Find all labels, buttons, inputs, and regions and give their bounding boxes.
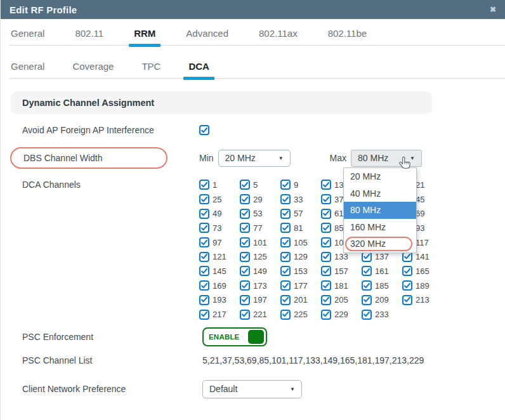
channel-checkbox-157[interactable] bbox=[321, 266, 331, 276]
channel-checkbox-57[interactable] bbox=[280, 209, 291, 219]
channel-checkbox-169[interactable] bbox=[199, 280, 209, 291]
dropdown-option-80-mhz[interactable]: 80 MHz bbox=[344, 202, 416, 219]
channel-checkbox-161[interactable] bbox=[362, 266, 372, 276]
channel-checkbox-137[interactable] bbox=[362, 252, 372, 262]
channel-label: 185 bbox=[375, 281, 389, 291]
channel-cell-77: 77 bbox=[240, 221, 280, 235]
channel-checkbox-205[interactable] bbox=[321, 295, 331, 305]
channel-checkbox-141[interactable] bbox=[402, 252, 412, 262]
channel-checkbox-109[interactable] bbox=[321, 237, 331, 247]
subtab-dca[interactable]: DCA bbox=[187, 61, 211, 78]
tab-802-11ax[interactable]: 802.11ax bbox=[258, 28, 299, 45]
channel-label: 197 bbox=[253, 295, 267, 305]
channel-checkbox-233[interactable] bbox=[362, 310, 372, 320]
channel-checkbox-13[interactable] bbox=[321, 180, 331, 190]
channel-label: 21 bbox=[416, 180, 424, 190]
channel-checkbox-209[interactable] bbox=[362, 295, 372, 305]
channel-checkbox-101[interactable] bbox=[240, 237, 250, 247]
channel-label: 81 bbox=[294, 223, 303, 233]
channel-label: 121 bbox=[213, 252, 226, 261]
channel-checkbox-213[interactable] bbox=[402, 295, 412, 305]
channel-checkbox-125[interactable] bbox=[240, 252, 250, 262]
channel-checkbox-133[interactable] bbox=[321, 252, 331, 262]
channel-checkbox-225[interactable] bbox=[280, 310, 291, 320]
channel-checkbox-193[interactable] bbox=[199, 295, 209, 305]
channel-checkbox-149[interactable] bbox=[240, 266, 250, 276]
channel-checkbox-53[interactable] bbox=[240, 209, 250, 219]
channel-checkbox-177[interactable] bbox=[280, 280, 291, 291]
avoid-interference-label: Avoid AP Foreign AP Interference bbox=[1, 125, 199, 135]
channel-cell-97: 97 bbox=[199, 235, 240, 250]
channel-label: 77 bbox=[253, 223, 262, 233]
channel-checkbox-37[interactable] bbox=[321, 194, 331, 204]
channel-label: 97 bbox=[213, 238, 221, 247]
channel-checkbox-5[interactable] bbox=[240, 180, 250, 190]
channel-checkbox-97[interactable] bbox=[199, 237, 209, 247]
toggle-knob bbox=[248, 330, 264, 344]
channel-checkbox-165[interactable] bbox=[402, 266, 412, 276]
channel-cell-105: 105 bbox=[280, 235, 321, 250]
channel-cell-217: 217 bbox=[199, 307, 240, 322]
client-network-preference-row: Client Network Preference Default ▼ bbox=[1, 379, 505, 398]
channel-checkbox-145[interactable] bbox=[199, 266, 209, 276]
channel-label: 5 bbox=[253, 180, 258, 190]
subtab-tpc[interactable]: TPC bbox=[140, 61, 162, 78]
channel-checkbox-1[interactable] bbox=[199, 180, 209, 190]
channel-label: 25 bbox=[213, 195, 221, 204]
channel-cell-165: 165 bbox=[402, 264, 443, 279]
channel-checkbox-129[interactable] bbox=[280, 252, 291, 262]
channel-checkbox-189[interactable] bbox=[402, 280, 412, 291]
channel-checkbox-217[interactable] bbox=[199, 310, 209, 320]
dropdown-option-40-mhz[interactable]: 40 MHz bbox=[344, 185, 416, 202]
channel-checkbox-229[interactable] bbox=[321, 310, 331, 320]
section-title: Dynamic Channel Assignment bbox=[22, 98, 154, 108]
client-network-preference-select[interactable]: Default ▼ bbox=[202, 380, 302, 398]
channel-checkbox-25[interactable] bbox=[199, 194, 209, 204]
tab-802-11[interactable]: 802.11 bbox=[74, 28, 105, 45]
channel-cell-181: 181 bbox=[321, 279, 362, 293]
channel-label: 225 bbox=[294, 310, 308, 319]
channel-label: 213 bbox=[416, 295, 430, 305]
channel-label: 193 bbox=[213, 295, 226, 305]
channel-checkbox-185[interactable] bbox=[362, 280, 372, 291]
channel-cell-81: 81 bbox=[280, 221, 321, 235]
subtab-general[interactable]: General bbox=[10, 61, 46, 78]
rrm-sub-tab-bar: GeneralCoverageTPCDCA bbox=[10, 61, 505, 79]
tab-general[interactable]: General bbox=[10, 28, 46, 45]
channel-checkbox-221[interactable] bbox=[240, 310, 250, 320]
close-icon[interactable]: ✖ bbox=[490, 6, 496, 13]
channel-checkbox-29[interactable] bbox=[240, 194, 250, 204]
channel-checkbox-81[interactable] bbox=[280, 223, 291, 233]
channel-label: 205 bbox=[334, 295, 348, 305]
channel-checkbox-61[interactable] bbox=[321, 209, 331, 219]
tab-advanced[interactable]: Advanced bbox=[185, 28, 230, 45]
channel-checkbox-49[interactable] bbox=[199, 209, 209, 219]
cursor-pointer-icon bbox=[398, 155, 412, 171]
tab-rrm[interactable]: RRM bbox=[133, 28, 157, 45]
channel-checkbox-33[interactable] bbox=[280, 194, 291, 204]
psc-channel-list-value: 5,21,37,53,69,85,101,117,133,149,165,181… bbox=[202, 355, 424, 365]
channel-label: 201 bbox=[294, 295, 308, 305]
dropdown-option-160-mhz[interactable]: 160 MHz bbox=[344, 219, 416, 236]
channel-label: 33 bbox=[294, 195, 303, 204]
channel-checkbox-153[interactable] bbox=[280, 266, 291, 276]
channel-checkbox-173[interactable] bbox=[240, 280, 250, 291]
channel-checkbox-121[interactable] bbox=[199, 252, 209, 262]
channel-cell-101: 101 bbox=[240, 235, 280, 250]
avoid-interference-checkbox[interactable] bbox=[199, 125, 209, 135]
min-channel-width-select[interactable]: 20 MHz ▼ bbox=[218, 150, 291, 167]
dropdown-option-320-mhz[interactable]: 320 MHz bbox=[344, 235, 416, 253]
psc-enforcement-toggle[interactable]: ENABLE bbox=[202, 327, 267, 346]
channel-checkbox-77[interactable] bbox=[240, 223, 250, 233]
channel-checkbox-105[interactable] bbox=[280, 237, 291, 247]
channel-label: 37 bbox=[334, 195, 343, 204]
channel-checkbox-73[interactable] bbox=[199, 223, 209, 233]
channel-checkbox-9[interactable] bbox=[280, 180, 291, 190]
tab-802-11be[interactable]: 802.11be bbox=[327, 28, 368, 45]
subtab-coverage[interactable]: Coverage bbox=[71, 61, 115, 78]
channel-checkbox-201[interactable] bbox=[280, 295, 291, 305]
channel-cell-213: 213 bbox=[402, 293, 443, 308]
channel-checkbox-85[interactable] bbox=[321, 223, 331, 233]
channel-checkbox-197[interactable] bbox=[240, 295, 250, 305]
channel-checkbox-181[interactable] bbox=[321, 280, 331, 291]
